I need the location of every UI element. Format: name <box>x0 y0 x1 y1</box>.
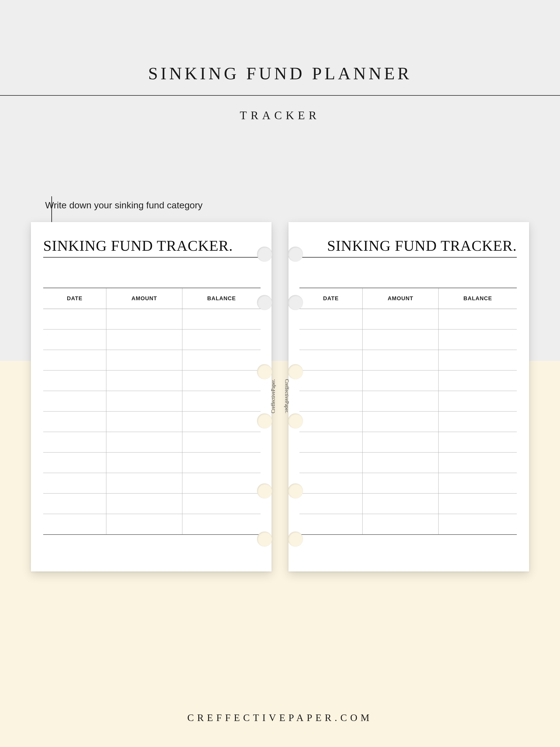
table-cell <box>182 350 261 370</box>
table-cell <box>43 493 106 514</box>
table-cell <box>182 514 261 535</box>
table-cell <box>106 432 182 453</box>
table-cell <box>439 493 517 514</box>
table-row <box>299 514 517 535</box>
table-cell <box>439 473 517 493</box>
table-cell <box>362 330 439 350</box>
binder-holes-left <box>257 222 275 571</box>
table-cell <box>439 350 517 370</box>
table-cell <box>106 391 182 412</box>
footer-brand: CREFFECTIVEPAPER.COM <box>0 712 560 723</box>
header-rule <box>0 95 560 96</box>
col-amount: AMOUNT <box>362 288 439 309</box>
table-cell <box>106 473 182 493</box>
table-cell <box>182 412 261 432</box>
pages-container: SINKING FUND TRACKER. DATE AMOUNT BALANC… <box>31 222 529 571</box>
table-cell <box>43 309 106 330</box>
table-cell <box>362 412 439 432</box>
table-cell <box>106 350 182 370</box>
page-title: SINKING FUND TRACKER. <box>43 237 261 254</box>
col-balance: BALANCE <box>439 288 517 309</box>
table-cell <box>299 514 362 535</box>
col-balance: BALANCE <box>182 288 261 309</box>
binder-hole <box>257 483 272 498</box>
table-cell <box>43 432 106 453</box>
annotation-text: Write down your sinking fund category <box>45 200 203 210</box>
table-cell <box>299 330 362 350</box>
col-date: DATE <box>299 288 362 309</box>
table-row <box>299 370 517 391</box>
table-cell <box>43 391 106 412</box>
table-cell <box>362 350 439 370</box>
table-cell <box>106 493 182 514</box>
binder-holes-right <box>285 222 303 571</box>
tracker-table: DATE AMOUNT BALANCE <box>43 288 261 535</box>
table-cell <box>362 309 439 330</box>
page-title-rule <box>299 257 517 258</box>
table-cell <box>299 453 362 473</box>
table-cell <box>299 493 362 514</box>
table-row <box>43 412 261 432</box>
table-cell <box>106 412 182 432</box>
main-title: SINKING FUND PLANNER <box>0 63 560 84</box>
table-cell <box>439 309 517 330</box>
table-cell <box>362 473 439 493</box>
col-amount: AMOUNT <box>106 288 182 309</box>
planner-page-left: SINKING FUND TRACKER. DATE AMOUNT BALANC… <box>31 222 272 571</box>
subtitle: TRACKER <box>0 109 560 122</box>
table-row <box>299 350 517 370</box>
binder-hole <box>288 413 303 429</box>
table-body-left <box>43 309 261 535</box>
binder-hole <box>288 532 303 547</box>
table-cell <box>106 514 182 535</box>
table-cell <box>362 370 439 391</box>
page-title: SINKING FUND TRACKER. <box>299 237 517 254</box>
table-cell <box>43 330 106 350</box>
col-date: DATE <box>43 288 106 309</box>
table-cell <box>439 330 517 350</box>
table-cell <box>299 432 362 453</box>
table-row <box>43 370 261 391</box>
table-row <box>299 473 517 493</box>
table-row <box>43 391 261 412</box>
table-row <box>299 432 517 453</box>
table-cell <box>43 473 106 493</box>
table-cell <box>299 412 362 432</box>
table-row <box>299 412 517 432</box>
table-cell <box>182 473 261 493</box>
table-row <box>43 473 261 493</box>
table-cell <box>362 493 439 514</box>
page-title-rule <box>43 257 261 258</box>
table-cell <box>182 493 261 514</box>
table-cell <box>182 370 261 391</box>
table-cell <box>439 432 517 453</box>
table-cell <box>43 350 106 370</box>
table-cell <box>182 391 261 412</box>
table-cell <box>299 350 362 370</box>
table-cell <box>299 309 362 330</box>
planner-page-right: SINKING FUND TRACKER. DATE AMOUNT BALANC… <box>288 222 529 571</box>
table-row <box>299 453 517 473</box>
table-row <box>299 493 517 514</box>
table-row <box>43 514 261 535</box>
table-row <box>43 309 261 330</box>
table-row <box>43 432 261 453</box>
binder-hole <box>257 364 272 379</box>
binder-hole <box>257 532 272 547</box>
table-cell <box>43 412 106 432</box>
table-cell <box>106 309 182 330</box>
binder-hole <box>288 364 303 379</box>
table-row <box>43 330 261 350</box>
binder-hole <box>288 247 303 262</box>
table-cell <box>439 412 517 432</box>
table-cell <box>182 309 261 330</box>
table-cell <box>43 370 106 391</box>
table-cell <box>106 370 182 391</box>
table-cell <box>43 514 106 535</box>
header: SINKING FUND PLANNER TRACKER <box>0 0 560 122</box>
table-cell <box>43 453 106 473</box>
table-cell <box>362 391 439 412</box>
table-cell <box>299 370 362 391</box>
table-cell <box>439 391 517 412</box>
table-header-row: DATE AMOUNT BALANCE <box>299 288 517 309</box>
